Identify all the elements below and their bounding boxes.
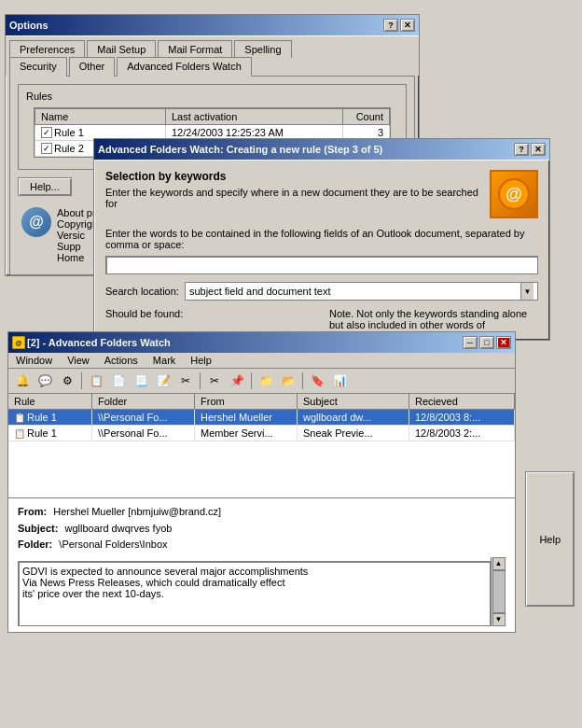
tool-btn-9[interactable]: ✂ [204,371,225,391]
wizard-close-btn[interactable]: ✕ [531,143,546,156]
list-item[interactable]: 📋 Rule 1 \\Personal Fo... Hershel Muelle… [8,410,515,426]
list-empty-space [8,441,515,497]
tool-btn-14[interactable]: 📊 [329,371,350,391]
menu-view[interactable]: View [60,353,97,368]
wizard-icon: @ [490,170,538,218]
wizard-body-label: Enter the words to be contained in the f… [105,228,538,250]
menu-actions[interactable]: Actions [97,353,146,368]
wizard-help-btn[interactable]: ? [514,143,529,156]
main-minimize-btn[interactable]: ─ [463,336,478,349]
toolbar-sep-2 [200,372,201,389]
row2-from: Member Servi... [195,426,298,441]
options-close-btn[interactable]: ✕ [400,19,415,32]
note-text: Note. Not only the keywords standing alo… [329,308,527,330]
rules-label: Rules [26,91,398,102]
tool-btn-8[interactable]: ✂ [175,371,196,391]
col-count[interactable]: Count [343,109,390,125]
tool-btn-6[interactable]: 📃 [131,371,151,391]
toolbar: 🔔 💬 ⚙ 📋 📄 📃 📝 ✂ ✂ 📌 📁 📂 🔖 📊 [8,369,515,394]
row2-rule: 📋 Rule 1 [8,426,92,441]
list-view: Rule Folder From Subject Recieved 📋 Rule… [8,394,515,497]
rule2-checkbox[interactable]: ✓ [41,143,52,154]
options-title: Options [9,20,383,31]
col-last-activation[interactable]: Last activation [166,109,343,125]
row2-subject: Sneak Previe... [298,426,409,441]
wizard-col-left: Should be found: [105,308,314,330]
col-from[interactable]: From [195,394,298,409]
about-icon: @ [21,207,51,237]
tab-advanced-folders-watch[interactable]: Advanced Folders Watch [117,57,251,77]
scroll-up-btn[interactable]: ▲ [492,557,506,570]
options-tab-bar-2: Security Other Advanced Folders Watch [6,57,419,76]
svg-text:@: @ [506,185,522,203]
subject-row: Subject: wgllboard dwqrves fyob [18,521,506,538]
scroll-down-btn[interactable]: ▼ [492,613,506,626]
help-side-button[interactable]: Help [525,471,575,607]
col-rule[interactable]: Rule [8,394,92,409]
tool-btn-5[interactable]: 📄 [108,371,129,391]
list-item[interactable]: 📋 Rule 1 \\Personal Fo... Member Servi..… [8,426,515,441]
list-header: Rule Folder From Subject Recieved [8,394,515,410]
wizard-keyword-row [105,256,538,274]
wizard-icon-svg: @ [497,177,531,211]
options-help-btn[interactable]: ? [383,19,398,32]
preview-body: GDVI is expected to announce several maj… [18,561,491,626]
scroll-thumb[interactable] [492,570,506,613]
tool-btn-3[interactable]: ⚙ [57,371,77,391]
tool-btn-7[interactable]: 📝 [153,371,173,391]
preview-body-container: GDVI is expected to announce several maj… [18,557,506,626]
options-title-buttons: ? ✕ [383,19,415,32]
preview-subject-value: wgllboard dwqrves fyob [64,523,172,534]
help-button[interactable]: Help... [18,177,72,196]
col-name[interactable]: Name [35,109,166,125]
row2-received: 12/8/2003 2:... [409,426,515,441]
tab-security[interactable]: Security [9,57,67,77]
wizard-title: Advanced Folders Watch: Creating a new r… [98,144,514,155]
wizard-content: Selection by keywords Enter the keywords… [94,161,549,340]
tool-btn-4[interactable]: 📋 [86,371,106,391]
tool-btn-10[interactable]: 📌 [227,371,247,391]
row1-received: 12/8/2003 8:... [409,410,515,425]
list-body: 📋 Rule 1 \\Personal Fo... Hershel Muelle… [8,410,515,497]
should-be-found-label: Should be found: [105,308,183,319]
main-close-btn[interactable]: ✕ [496,336,511,349]
wizard-col-right: Note. Not only the keywords standing alo… [329,308,538,330]
tool-btn-13[interactable]: 🔖 [307,371,327,391]
tool-btn-1[interactable]: 🔔 [12,371,33,391]
row1-subject: wgllboard dw... [298,410,409,425]
search-location-value: subject field and document text [189,286,331,297]
menu-window[interactable]: Window [8,353,60,368]
wizard-header-text: Selection by keywords Enter the keywords… [105,170,480,218]
menu-help[interactable]: Help [183,353,219,368]
row1-folder: \\Personal Fo... [92,410,195,425]
keyword-input[interactable] [105,256,538,274]
wizard-header-desc: Enter the keywords and specify where in … [105,187,480,209]
tool-btn-2[interactable]: 💬 [35,371,55,391]
tab-spelling[interactable]: Spelling [234,40,291,58]
preview-scrollbar: ▲ ▼ [491,557,506,626]
rule1-checkbox[interactable]: ✓ [41,127,52,138]
tool-btn-12[interactable]: 📂 [278,371,298,391]
col-subject[interactable]: Subject [298,394,409,409]
wizard-header-title: Selection by keywords [105,170,480,183]
tab-mail-setup[interactable]: Mail Setup [87,40,156,58]
options-tab-bar-1: Preferences Mail Setup Mail Format Spell… [6,36,419,57]
tab-preferences[interactable]: Preferences [9,40,85,58]
col-received[interactable]: Recieved [409,394,515,409]
tab-other[interactable]: Other [69,57,116,77]
row1-from: Hershel Mueller [195,410,298,425]
col-folder[interactable]: Folder [92,394,195,409]
wizard-body: Selection by keywords Enter the keywords… [94,160,549,340]
search-location-select[interactable]: subject field and document text ▼ [185,282,538,301]
tool-btn-11[interactable]: 📁 [256,371,276,391]
wizard-header-area: Selection by keywords Enter the keywords… [105,170,538,218]
main-title: [2] - Advanced Folders Watch [27,337,463,348]
preview-header: From: Hershel Mueller [nbmjuiw@brand.cz]… [18,504,506,553]
svg-text:@: @ [16,340,22,346]
main-window-icon: @ [12,336,25,349]
search-location-dropdown-btn[interactable]: ▼ [520,283,534,300]
tab-mail-format[interactable]: Mail Format [158,40,232,58]
main-maximize-btn[interactable]: □ [479,336,494,349]
menu-mark[interactable]: Mark [146,353,183,368]
menu-bar: Window View Actions Mark Help [8,353,515,369]
